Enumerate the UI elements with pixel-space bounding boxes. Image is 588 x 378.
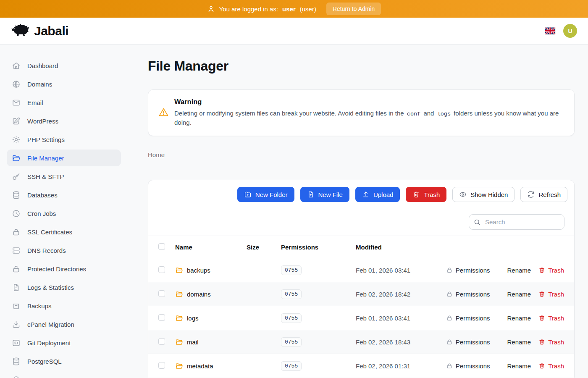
- refresh-button[interactable]: Refresh: [520, 187, 567, 202]
- trash-icon: [538, 315, 545, 321]
- sidebar-item-wordpress[interactable]: WordPress: [7, 113, 121, 129]
- sidebar-item-backups[interactable]: Backups: [7, 297, 121, 314]
- row-checkbox[interactable]: [158, 338, 165, 345]
- folder-icon: [175, 362, 183, 370]
- pencil-icon: [498, 315, 504, 321]
- sidebar-item-cron-jobs[interactable]: Cron Jobs: [7, 205, 121, 222]
- lock-icon: [446, 339, 453, 345]
- user-avatar[interactable]: U: [563, 24, 577, 38]
- row-checkbox[interactable]: [158, 266, 165, 273]
- return-to-admin-button[interactable]: Return to Admin: [326, 3, 381, 15]
- new-file-button[interactable]: New File: [300, 187, 349, 202]
- file-name-link[interactable]: metadata: [187, 362, 213, 370]
- sidebar-item-logs-statistics[interactable]: Logs & Statistics: [7, 279, 121, 296]
- row-permissions-button[interactable]: Permissions: [446, 267, 490, 274]
- trash-icon: [538, 267, 545, 273]
- lock-icon: [446, 291, 453, 297]
- table-row: domains 0755 Feb 02, 2026 18:42 Permissi…: [148, 282, 574, 306]
- sidebar-item-dashboard[interactable]: Dashboard: [7, 57, 121, 74]
- permissions-badge: 0755: [281, 337, 302, 347]
- row-rename-button[interactable]: Rename: [498, 315, 531, 322]
- file-name-link[interactable]: logs: [187, 315, 199, 322]
- column-modified: Modified: [356, 244, 564, 251]
- upload-icon: [362, 191, 370, 198]
- trash-icon: [538, 362, 545, 369]
- row-permissions-button[interactable]: Permissions: [446, 362, 490, 370]
- file-name-link[interactable]: mail: [187, 339, 199, 346]
- folder-icon: [175, 314, 183, 322]
- folder-icon: [175, 266, 183, 274]
- folder-icon: [175, 290, 183, 298]
- brand-logo[interactable]: Jabali: [11, 24, 68, 39]
- new-folder-button[interactable]: New Folder: [237, 187, 294, 202]
- row-trash-button[interactable]: Trash: [538, 339, 564, 346]
- database-icon: [12, 191, 21, 200]
- sidebar-item-17[interactable]: [7, 371, 121, 378]
- warning-triangle-icon: [158, 107, 169, 118]
- row-trash-button[interactable]: Trash: [538, 315, 564, 322]
- column-name: Name: [175, 244, 247, 251]
- database-icon: [12, 357, 21, 366]
- search-row: [148, 209, 574, 236]
- sidebar-item-cpanel-migration[interactable]: cPanel Migration: [7, 316, 121, 333]
- document-icon: [12, 283, 21, 292]
- sidebar-nav: Dashboard Domains Email WordPress PHP Se…: [0, 45, 128, 378]
- search-icon: [473, 218, 481, 226]
- archive-icon: [12, 302, 21, 310]
- sidebar-item-php-settings[interactable]: PHP Settings: [7, 131, 121, 148]
- column-permissions: Permissions: [281, 244, 356, 251]
- row-rename-button[interactable]: Rename: [498, 267, 531, 274]
- download-icon: [12, 320, 21, 329]
- upload-button[interactable]: Upload: [355, 187, 400, 202]
- table-row: metadata 0755 Feb 02, 2026 01:31 Permiss…: [148, 354, 574, 378]
- trash-button[interactable]: Trash: [406, 187, 446, 202]
- file-name-link[interactable]: domains: [187, 291, 211, 298]
- file-modified: Feb 02, 2026 18:43: [356, 339, 446, 346]
- select-all-checkbox[interactable]: [158, 243, 165, 250]
- sidebar-item-ssh-sftp[interactable]: SSH & SFTP: [7, 168, 121, 185]
- show-hidden-button[interactable]: Show Hidden: [452, 187, 514, 202]
- main-content: File Manager Warning Deleting or modifyi…: [128, 45, 588, 378]
- sidebar-item-protected-directories[interactable]: Protected Directories: [7, 260, 121, 277]
- boar-logo-icon: [11, 24, 30, 39]
- sidebar-item-dns-records[interactable]: DNS Records: [7, 242, 121, 259]
- breadcrumb-home-link[interactable]: Home: [148, 151, 165, 158]
- row-trash-button[interactable]: Trash: [538, 267, 564, 274]
- lock-icon: [446, 267, 453, 273]
- row-checkbox[interactable]: [158, 314, 165, 321]
- row-rename-button[interactable]: Rename: [498, 339, 531, 346]
- row-permissions-button[interactable]: Permissions: [446, 291, 490, 298]
- sidebar-item-databases[interactable]: Databases: [7, 186, 121, 203]
- table-row: mail 0755 Feb 02, 2026 18:43 Permissions…: [148, 330, 574, 354]
- row-checkbox[interactable]: [158, 290, 165, 297]
- row-trash-button[interactable]: Trash: [538, 291, 564, 298]
- person-icon: [207, 5, 215, 13]
- search-input[interactable]: [469, 214, 564, 230]
- logged-in-username: user: [282, 5, 296, 13]
- row-permissions-button[interactable]: Permissions: [446, 315, 490, 322]
- sidebar-item-domains[interactable]: Domains: [7, 76, 121, 92]
- permissions-badge: 0755: [281, 361, 302, 371]
- table-body: backups 0755 Feb 01, 2026 03:41 Permissi…: [148, 258, 574, 378]
- gear-icon: [12, 135, 21, 144]
- row-rename-button[interactable]: Rename: [498, 291, 531, 298]
- lock-open-icon: [12, 265, 21, 273]
- file-name-link[interactable]: backups: [187, 267, 210, 274]
- server-icon: [12, 246, 21, 255]
- row-rename-button[interactable]: Rename: [498, 362, 531, 370]
- sidebar-item-ssl-certificates[interactable]: SSL Certificates: [7, 223, 121, 240]
- sidebar-item-postgresql[interactable]: PostgreSQL: [7, 353, 121, 370]
- warning-title: Warning: [174, 98, 564, 106]
- sidebar-item-email[interactable]: Email: [7, 94, 121, 111]
- folder-plus-icon: [244, 191, 252, 198]
- row-trash-button[interactable]: Trash: [538, 362, 564, 370]
- uk-flag-language-icon[interactable]: [545, 27, 555, 34]
- sidebar-item-git-deployment[interactable]: Git Deployment: [7, 334, 121, 351]
- row-permissions-button[interactable]: Permissions: [446, 339, 490, 346]
- trash-icon: [412, 191, 420, 198]
- folder-icon: [175, 338, 183, 346]
- sidebar-item-file-manager[interactable]: File Manager: [7, 150, 121, 166]
- mail-icon: [12, 98, 21, 107]
- row-checkbox[interactable]: [158, 362, 165, 369]
- pencil-icon: [498, 291, 504, 297]
